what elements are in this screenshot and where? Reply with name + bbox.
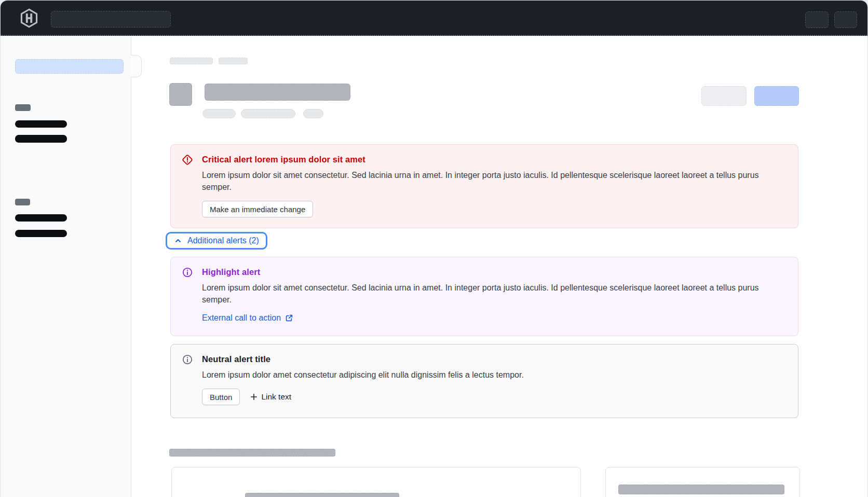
highlight-alert-banner: Highlight alert Lorem ipsum dolor sit am… bbox=[170, 257, 798, 336]
critical-alert-title: Critical alert lorem ipsum dolor sit ame… bbox=[202, 155, 788, 164]
neutral-alert-button[interactable]: Button bbox=[202, 389, 240, 405]
alert-diamond-icon bbox=[181, 154, 194, 166]
tag-placeholder bbox=[202, 109, 236, 118]
nav-action-placeholder-2[interactable] bbox=[834, 11, 857, 28]
chevron-up-icon bbox=[174, 237, 182, 245]
highlight-alert-title: Highlight alert bbox=[202, 267, 788, 277]
nav-action-placeholder-1[interactable] bbox=[805, 11, 829, 28]
immediate-change-button[interactable]: Make an immediate change bbox=[202, 201, 313, 217]
additional-alerts-toggle[interactable]: Additional alerts (2) bbox=[166, 232, 267, 250]
info-icon bbox=[181, 266, 194, 279]
hashicorp-logo-icon bbox=[19, 8, 39, 28]
neutral-alert-banner: Neutral alert title Lorem ipsum dolor am… bbox=[170, 344, 798, 418]
sidebar-item-placeholder[interactable] bbox=[15, 135, 67, 143]
add-link-text-link[interactable]: Link text bbox=[250, 392, 291, 402]
neutral-alert-body: Lorem ipsum dolor amet consectetur adipi… bbox=[202, 369, 788, 381]
header-secondary-button-placeholder[interactable] bbox=[701, 86, 747, 106]
critical-alert-banner: Critical alert lorem ipsum dolor sit ame… bbox=[170, 144, 798, 228]
external-call-to-action-link[interactable]: External call to action bbox=[202, 313, 293, 323]
link-text-label: Link text bbox=[261, 392, 291, 402]
tag-placeholder bbox=[303, 109, 323, 118]
tag-placeholder bbox=[241, 109, 295, 118]
critical-alert-body: Lorem ipsum dolor sit amet consectetur. … bbox=[202, 169, 788, 193]
info-icon bbox=[181, 353, 194, 366]
page-icon-placeholder bbox=[169, 83, 192, 106]
top-navbar bbox=[1, 1, 868, 36]
header-primary-button-placeholder[interactable] bbox=[754, 86, 799, 106]
sidebar-item-placeholder[interactable] bbox=[15, 214, 67, 222]
sidebar-active-item-placeholder[interactable] bbox=[15, 59, 124, 74]
sidebar-flyout-handle[interactable] bbox=[131, 55, 142, 77]
app-window: Critical alert lorem ipsum dolor sit ame… bbox=[0, 0, 868, 497]
page-title-placeholder bbox=[205, 84, 350, 101]
external-link-icon bbox=[285, 314, 293, 322]
external-link-label: External call to action bbox=[202, 313, 281, 323]
neutral-alert-title: Neutral alert title bbox=[202, 354, 788, 364]
card-content-placeholder bbox=[245, 493, 399, 497]
sidebar-section-label-placeholder bbox=[15, 199, 30, 205]
breadcrumb-placeholder[interactable] bbox=[170, 58, 213, 64]
highlight-alert-body: Lorem ipsum dolor sit amet consectetur. … bbox=[202, 282, 788, 306]
additional-alerts-label: Additional alerts (2) bbox=[187, 236, 259, 245]
nav-search-placeholder[interactable] bbox=[51, 11, 171, 27]
card-content-placeholder bbox=[618, 485, 784, 494]
sidebar-item-placeholder[interactable] bbox=[15, 120, 67, 128]
section-title-placeholder bbox=[169, 449, 335, 457]
sidebar-section-label-placeholder bbox=[15, 104, 31, 111]
sidebar-item-placeholder[interactable] bbox=[15, 230, 67, 237]
breadcrumb-placeholder[interactable] bbox=[219, 58, 248, 64]
plus-icon bbox=[250, 393, 257, 401]
